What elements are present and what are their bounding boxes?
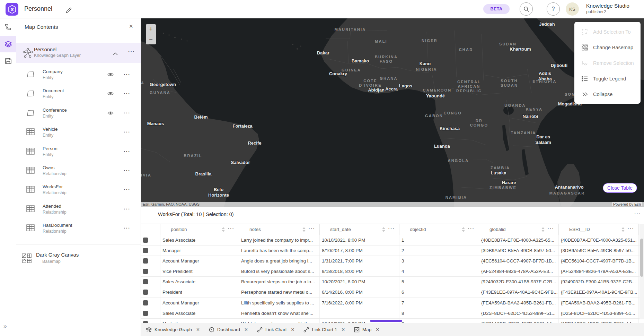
layer-row-document[interactable]: DocumentEntity··· bbox=[16, 85, 141, 104]
layer-options-icon[interactable]: ··· bbox=[124, 148, 131, 154]
layer-options-icon[interactable]: ··· bbox=[124, 71, 131, 77]
avatar[interactable]: KS bbox=[566, 2, 579, 16]
column-options-icon[interactable]: ··· bbox=[468, 226, 475, 232]
row-checkbox[interactable] bbox=[143, 238, 148, 243]
table-row[interactable]: Account ManagerAngie does a great job br… bbox=[141, 256, 639, 266]
layer-row-worksfor[interactable]: WorksForRelationship··· bbox=[16, 181, 141, 200]
table-row[interactable]: PresidentPersephone started new metal o.… bbox=[141, 287, 639, 298]
column-options-icon[interactable]: ··· bbox=[309, 226, 316, 232]
map-viewport[interactable]: MAURITANIAMALINIGERCHADSUDANBURKINAFASOG… bbox=[141, 18, 644, 207]
close-tab-icon[interactable]: ✕ bbox=[196, 327, 200, 332]
menu-item-toggle-legend[interactable]: Toggle Legend bbox=[574, 71, 641, 86]
layer-row-company[interactable]: CompanyEntity··· bbox=[16, 66, 141, 85]
column-header-objectid[interactable]: objectid··· bbox=[399, 224, 479, 235]
cell-notes: Buford is very passionate about s... bbox=[239, 266, 320, 276]
layer-row-person[interactable]: PersonEntity··· bbox=[16, 143, 141, 162]
close-table-button[interactable]: Close Table bbox=[603, 183, 637, 193]
table-row[interactable]: Sales AssociateHenrietta doesn't know wh… bbox=[141, 308, 639, 319]
map-label: TANZANIA bbox=[511, 131, 536, 135]
zoom-in-button[interactable]: + bbox=[146, 24, 156, 34]
sort-icon[interactable] bbox=[222, 227, 225, 233]
sort-icon[interactable] bbox=[541, 227, 545, 233]
row-checkbox[interactable] bbox=[143, 248, 148, 253]
column-header-start_date[interactable]: start_date··· bbox=[320, 224, 399, 235]
chevron-up-icon[interactable] bbox=[113, 51, 118, 57]
column-header-position[interactable]: position··· bbox=[160, 224, 239, 235]
layer-row-conference[interactable]: ConferenceEntity··· bbox=[16, 104, 141, 123]
close-tab-icon[interactable]: ✕ bbox=[291, 327, 294, 332]
select-all-header[interactable] bbox=[141, 224, 160, 235]
column-options-icon[interactable]: ··· bbox=[228, 226, 235, 232]
table-row[interactable]: Account ManagerLilith specifically sells… bbox=[141, 298, 639, 308]
row-checkbox[interactable] bbox=[143, 311, 148, 316]
tab-map[interactable]: Map✕ bbox=[354, 327, 379, 333]
close-tab-icon[interactable]: ✕ bbox=[341, 327, 345, 332]
layer-row-attended[interactable]: AttendedRelationship··· bbox=[16, 200, 141, 219]
column-options-icon[interactable]: ··· bbox=[548, 226, 555, 232]
row-checkbox[interactable] bbox=[143, 269, 148, 274]
table-row[interactable]: Sales AssociateBeauregard sleeps on the … bbox=[141, 277, 639, 287]
cell-start_date: 10/20/2021, 8:00 PM bbox=[320, 277, 399, 287]
table-row[interactable]: ManagerLauretta has been with the comp..… bbox=[141, 245, 639, 256]
layer-options-icon[interactable]: ··· bbox=[124, 187, 131, 192]
map-label: CONGO bbox=[444, 111, 462, 115]
sort-icon[interactable] bbox=[382, 227, 385, 233]
layer-row-vehicle[interactable]: VehicleEntity··· bbox=[16, 123, 141, 143]
table-vertical-scrollbar[interactable] bbox=[639, 224, 644, 319]
column-options-icon[interactable]: ··· bbox=[388, 226, 395, 232]
menu-item-change-basemap[interactable]: Change Basemap bbox=[574, 40, 641, 55]
sort-icon[interactable] bbox=[302, 227, 306, 233]
visibility-eye-icon[interactable] bbox=[107, 91, 114, 97]
menu-item-collapse[interactable]: Collapse bbox=[574, 86, 641, 102]
cell-notes: Lilith specifically sells supplies to ..… bbox=[239, 298, 320, 308]
layers-nav-button[interactable] bbox=[0, 36, 16, 52]
map-label: Conakry bbox=[329, 71, 347, 76]
visibility-eye-icon[interactable] bbox=[107, 72, 114, 78]
layer-row-hasdocument[interactable]: HasDocumentRelationship··· bbox=[16, 219, 141, 239]
column-header-globalid[interactable]: globalid··· bbox=[479, 224, 559, 235]
row-select-cell bbox=[141, 245, 160, 256]
basemap-row[interactable]: Dark Gray Canvas Basemap bbox=[16, 249, 141, 269]
layer-group-row[interactable]: Personnel Knowledge Graph Layer ··· bbox=[16, 43, 141, 63]
close-tab-icon[interactable]: ✕ bbox=[376, 327, 379, 332]
map-label: CHAD bbox=[459, 48, 473, 52]
cell-objectid: 4 bbox=[399, 266, 479, 276]
layer-options-icon[interactable]: ··· bbox=[124, 110, 131, 116]
save-nav-button[interactable] bbox=[0, 53, 16, 69]
table-row[interactable]: Vice PresidentBuford is very passionate … bbox=[141, 266, 639, 277]
table-row[interactable]: Sales AssociateLarry joined the company … bbox=[141, 235, 639, 245]
row-checkbox[interactable] bbox=[143, 279, 148, 284]
tab-link-chart-1[interactable]: Link Chart 1✕ bbox=[303, 327, 345, 333]
tab-dashboard[interactable]: Dashboard✕ bbox=[209, 327, 248, 333]
zoom-out-button[interactable]: − bbox=[146, 34, 156, 44]
row-checkbox[interactable] bbox=[143, 290, 148, 295]
row-checkbox[interactable] bbox=[143, 258, 148, 264]
visibility-eye-icon[interactable] bbox=[107, 110, 114, 117]
column-header-esri__id[interactable]: ESRI__ID··· bbox=[559, 224, 639, 235]
sort-icon[interactable] bbox=[621, 227, 625, 233]
help-button[interactable]: ? bbox=[547, 2, 560, 16]
app-logo-icon[interactable]: S bbox=[6, 3, 18, 16]
layer-group-options-icon[interactable]: ··· bbox=[128, 49, 135, 54]
map-label: Lusaka bbox=[491, 170, 507, 175]
layer-options-icon[interactable]: ··· bbox=[124, 167, 131, 173]
close-tab-icon[interactable]: ✕ bbox=[244, 327, 248, 332]
column-options-icon[interactable]: ··· bbox=[628, 226, 635, 232]
expand-rail-button[interactable]: » bbox=[3, 323, 7, 330]
table-horizontal-scrollbar[interactable] bbox=[370, 320, 402, 322]
row-checkbox[interactable] bbox=[143, 300, 148, 305]
tab-knowledge-graph[interactable]: Knowledge Graph✕ bbox=[146, 327, 200, 333]
layer-row-owns[interactable]: OwnsRelationship··· bbox=[16, 162, 141, 181]
search-button[interactable] bbox=[520, 2, 533, 16]
data-model-nav-button[interactable] bbox=[0, 19, 16, 35]
layer-options-icon[interactable]: ··· bbox=[124, 225, 131, 231]
column-header-notes[interactable]: notes··· bbox=[239, 224, 320, 235]
layer-options-icon[interactable]: ··· bbox=[124, 129, 131, 135]
tab-link-chart[interactable]: Link Chart✕ bbox=[257, 327, 294, 333]
layer-options-icon[interactable]: ··· bbox=[124, 206, 131, 212]
edit-title-icon[interactable] bbox=[65, 7, 72, 14]
close-panel-icon[interactable]: ✕ bbox=[129, 23, 133, 29]
table-options-icon[interactable]: ··· bbox=[634, 211, 641, 217]
layer-options-icon[interactable]: ··· bbox=[124, 91, 131, 96]
sort-icon[interactable] bbox=[462, 227, 465, 233]
